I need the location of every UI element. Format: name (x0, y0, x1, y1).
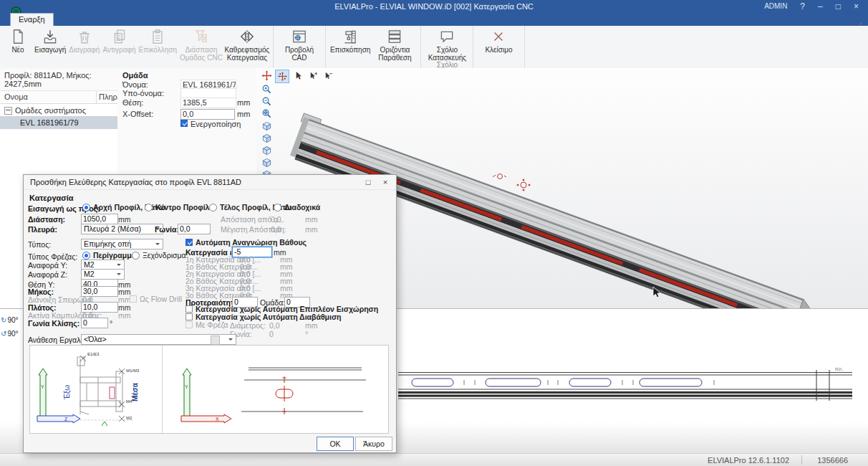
dialog-close-icon[interactable]: × (376, 175, 395, 189)
mill-type-label: Τύπος Φρέζας: (28, 252, 77, 261)
view-cube-top-icon[interactable] (260, 156, 273, 168)
status-value: 1356666 (817, 456, 848, 465)
radius-unit: mm (118, 311, 131, 320)
angle-field[interactable]: 0,0 (178, 224, 211, 234)
view-cube-side-icon[interactable] (260, 144, 273, 156)
dialog-title[interactable]: Προσθήκη Ελεύθερης Κατεργασίας στο προφί… (24, 175, 396, 190)
zoom-extents-icon[interactable] (260, 108, 273, 119)
tilt-angle-label: Γωνία Κλίσης: (28, 319, 79, 328)
with-mill-checkbox: Με Φρέζα (185, 320, 228, 329)
angle-label: Γωνία: (155, 225, 179, 234)
tree-column-headers: Ονομα Πληρ (0, 91, 117, 104)
enable-checkbox[interactable] (180, 120, 188, 127)
close-window-icon[interactable]: × (847, 0, 865, 13)
tilt-angle-unit: ° (110, 319, 112, 328)
maximize-icon[interactable]: □ (829, 0, 847, 13)
ribbon-collapse-icon[interactable]: ^ (859, 22, 862, 29)
user-badge[interactable]: ADMIN (758, 0, 794, 13)
profile-info-bar: Προφίλ: 8811AD, Μήκος: 2427,5mm (0, 68, 117, 91)
xoffset-field[interactable]: 0,0 (180, 109, 235, 120)
import-button[interactable]: Εισαγωγή (33, 27, 67, 54)
tree-item-evl-group[interactable]: EVL 1681961/79 (0, 116, 117, 129)
radio-center[interactable]: Κέντρο Προφίλ (145, 203, 209, 211)
mirror-machining-button[interactable]: Καθρεφτισμός Κατεργασίας (224, 27, 270, 62)
import-icon (42, 27, 59, 46)
ref-z-select[interactable]: M2 (81, 269, 125, 280)
cancel-button[interactable]: Άκυρο (355, 437, 392, 451)
minimize-icon[interactable]: – (811, 0, 829, 13)
panel-title: Ομάδα (122, 71, 148, 80)
tree-root-node[interactable]: Ομάδες συστήματος (0, 104, 117, 116)
column-name[interactable]: Ονομα (0, 91, 96, 103)
view-cube-front-icon[interactable] (260, 132, 273, 143)
split-cnc-group-icon (193, 27, 210, 46)
close-x-icon (490, 27, 507, 46)
type-select[interactable]: Επιμήκης οπή (81, 239, 163, 249)
dialog-maximize-icon[interactable]: □ (359, 175, 377, 189)
svg-text:Z: Z (64, 417, 68, 422)
name-label: Όνομα: (122, 80, 148, 89)
ribbon: Νέο Εισαγωγή Διαγραφή Αντιγραφή Επικόλλη… (0, 26, 868, 69)
auto-depth-checkbox[interactable]: Αυτόματη Αναγνώριση Βάθους (185, 238, 307, 247)
window-title: ELVIALPro - ELVIAL WINDOW.iD [002] Κατερ… (0, 2, 868, 11)
max-distance-unit: mm (305, 225, 318, 234)
select-add-cursor-icon[interactable] (307, 70, 319, 82)
construction-comment-button[interactable]: Σχόλιο Κατασκευής (424, 27, 470, 62)
radio-contour[interactable]: Περίγραμμα (82, 251, 136, 260)
tile-horizontal-icon (386, 27, 403, 46)
paste-button: Επικόλληση (138, 27, 178, 54)
select-cursor-icon[interactable] (291, 70, 304, 82)
radio-sequential[interactable]: Διαδοχικά (274, 203, 320, 211)
side-select[interactable]: Πλευρά 2 (Μέσα) (81, 224, 163, 234)
dimension-unit: mm (118, 215, 131, 224)
position-label: Θέση: (122, 98, 143, 107)
subname-label: Υπο-όνομα: (122, 89, 164, 98)
cad-view-icon (291, 27, 308, 46)
close-view-button[interactable]: Κλείσιμο (483, 27, 513, 54)
distance-from-field: 0,0 (271, 215, 281, 224)
side-label: Πλευρά: (28, 225, 57, 234)
position-unit: mm (237, 98, 250, 107)
speech-bubble-icon (438, 27, 455, 46)
mill-angle-field: 0 (269, 330, 274, 338)
max-distance-field: 0,0 (271, 225, 281, 234)
zoom-out-icon[interactable] (260, 95, 273, 107)
copy-icon (111, 27, 128, 46)
tool-assignment-browse-button[interactable] (211, 336, 220, 345)
tilt-angle-field[interactable]: 0 (81, 318, 108, 328)
cross-section-preview: E1/E3 M1/M3 M4 M2 Έξω Μέσα Y Z (30, 346, 162, 433)
mill-angle-unit: ° (305, 330, 308, 338)
delete-button: Διαγραφή (67, 27, 101, 54)
svg-text:E1/E3: E1/E3 (87, 352, 100, 356)
collapse-expander-icon[interactable] (4, 107, 12, 115)
overview-machine-icon (342, 27, 359, 46)
zoom-in-icon[interactable] (260, 83, 273, 95)
tab-home[interactable]: Εναρξη (10, 13, 54, 26)
viewport-side-toolbar (260, 83, 273, 180)
ok-button[interactable]: OK (317, 437, 354, 451)
svg-text:Y: Y (41, 384, 44, 389)
new-button[interactable]: Νέο (3, 27, 33, 54)
svg-text:M1/M3: M1/M3 (126, 368, 140, 373)
move-selected-icon[interactable] (275, 70, 289, 83)
svg-text:X: X (216, 417, 219, 422)
ref-z-label: Αναφορά Z: (28, 270, 67, 279)
dimension-field[interactable]: 1050,0 (81, 214, 118, 224)
ref-y-label: Αναφορά Y: (28, 261, 67, 270)
radio-roughing[interactable]: Ξεχόνδρισμα (132, 251, 186, 260)
cad-view-button[interactable]: Προβολή CAD (276, 27, 322, 62)
overview-button[interactable]: Επισκόπηση (329, 27, 372, 54)
move-view-icon[interactable] (260, 70, 273, 82)
preview-area: E1/E3 M1/M3 M4 M2 Έξω Μέσα Y Z (29, 345, 389, 434)
diameter-field: 0,0 (269, 321, 280, 330)
tile-horizontal-button[interactable]: Οριζόντια Παράθεση (372, 27, 418, 62)
section-machining-label: Κατεργασία (29, 194, 74, 202)
help-icon[interactable]: ? (794, 0, 811, 13)
outside-label: Έξω (63, 385, 72, 400)
new-document-icon (9, 27, 26, 46)
column-info[interactable]: Πληρ (96, 91, 117, 103)
view-cube-iso-icon[interactable] (260, 120, 273, 131)
select-remove-cursor-icon[interactable] (322, 70, 334, 82)
position-field[interactable]: 1385,5 (180, 98, 236, 108)
status-separator (801, 455, 802, 465)
